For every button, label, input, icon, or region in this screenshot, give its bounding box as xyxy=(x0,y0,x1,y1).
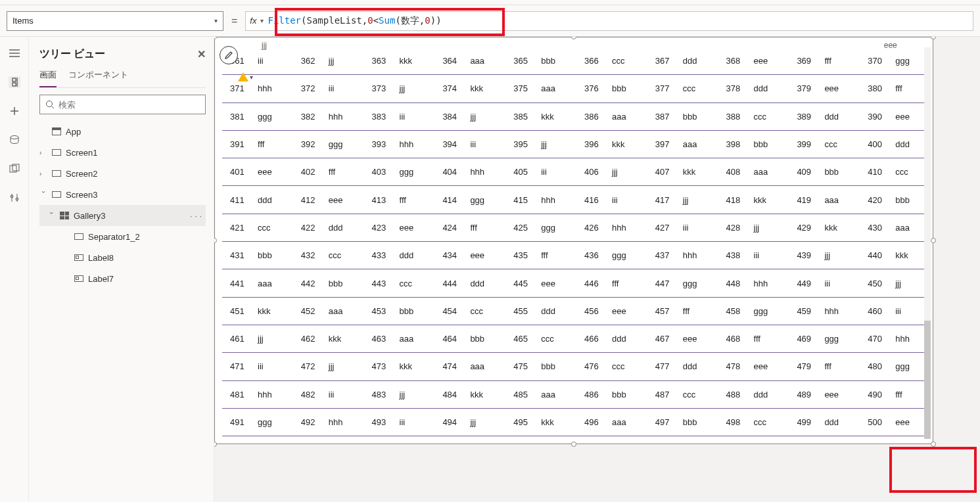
resize-handle[interactable] xyxy=(931,37,936,39)
gallery-cell[interactable]: 473kkk xyxy=(364,353,435,380)
tree-label8[interactable]: Label8 xyxy=(39,247,206,268)
gallery-cell[interactable]: 484kkk xyxy=(434,381,505,409)
gallery-cell[interactable]: 384jjj xyxy=(434,103,505,131)
gallery-cell[interactable]: 362jjj xyxy=(293,47,364,75)
gallery-cell[interactable]: 413fff xyxy=(364,186,435,214)
gallery-cell[interactable]: 463aaa xyxy=(364,325,435,353)
chevron-down-icon[interactable]: ▾ xyxy=(260,17,264,24)
gallery-cell[interactable]: 443ccc xyxy=(364,269,435,297)
gallery-cell[interactable]: 431bbb xyxy=(222,242,293,269)
gallery-cell[interactable]: 407kkk xyxy=(647,158,718,186)
gallery-cell[interactable]: 373jjj xyxy=(364,75,435,103)
gallery-cell[interactable]: 462kkk xyxy=(293,325,364,353)
tab-component[interactable]: コンポーネント xyxy=(68,66,128,87)
gallery-cell[interactable]: 427iii xyxy=(647,214,718,242)
expand-chevron-icon[interactable]: ▾ xyxy=(250,74,253,81)
hamburger-icon[interactable] xyxy=(9,47,20,59)
gallery-cell[interactable]: 479fff xyxy=(789,353,860,380)
gallery-cell[interactable]: 429kkk xyxy=(789,214,860,242)
gallery-cell[interactable]: 371hhh xyxy=(222,75,293,103)
gallery-cell[interactable]: 465ccc xyxy=(505,325,576,353)
gallery-cell[interactable]: 487ccc xyxy=(647,381,718,409)
scroll-thumb[interactable] xyxy=(924,321,931,439)
tree-separator[interactable]: Separator1_2 xyxy=(39,226,206,247)
gallery-cell[interactable]: 375aaa xyxy=(505,75,576,103)
tree-gallery3[interactable]: › Gallery3 · · · xyxy=(39,205,206,226)
gallery-cell[interactable]: 467eee xyxy=(647,325,718,353)
gallery-cell[interactable]: 446fff xyxy=(576,269,647,297)
gallery-cell[interactable]: 367ddd xyxy=(647,47,718,75)
gallery-cell[interactable]: 498ccc xyxy=(718,409,789,436)
gallery-cell[interactable]: 471iii xyxy=(222,353,293,380)
gallery-cell[interactable]: 381ggg xyxy=(222,103,293,131)
data-icon[interactable] xyxy=(9,134,20,146)
gallery-cell[interactable]: 451kkk xyxy=(222,298,293,325)
gallery-cell[interactable]: 428jjj xyxy=(718,214,789,242)
property-selector[interactable]: Items ▾ xyxy=(7,11,223,31)
gallery-cell[interactable]: 480ggg xyxy=(860,353,931,380)
tree-screen3[interactable]: › Screen3 xyxy=(39,184,206,205)
gallery-cell[interactable]: 395jjj xyxy=(505,131,576,158)
gallery-cell[interactable]: 470hhh xyxy=(860,325,931,353)
gallery-cell[interactable]: 500eee xyxy=(860,409,931,436)
gallery-cell[interactable]: 495kkk xyxy=(505,409,576,436)
gallery-cell[interactable]: 424fff xyxy=(434,214,505,242)
gallery-selection[interactable]: jjjeee 361iii362jjj363kkk364aaa365bbb366… xyxy=(214,37,933,444)
gallery-cell[interactable]: 370ggg xyxy=(860,47,931,75)
gallery-cell[interactable]: 442bbb xyxy=(293,269,364,297)
resize-handle[interactable] xyxy=(214,442,217,447)
gallery-cell[interactable]: 363kkk xyxy=(364,47,435,75)
gallery-cell[interactable]: 481hhh xyxy=(222,381,293,409)
gallery-cell[interactable]: 425ggg xyxy=(505,214,576,242)
gallery-cell[interactable]: 422ddd xyxy=(293,214,364,242)
gallery-cell[interactable]: 372iii xyxy=(293,75,364,103)
gallery-cell[interactable]: 390eee xyxy=(860,103,931,131)
gallery-cell[interactable]: 454ccc xyxy=(434,298,505,325)
gallery-cell[interactable]: 376bbb xyxy=(576,75,647,103)
gallery-cell[interactable]: 398bbb xyxy=(718,131,789,158)
gallery-cell[interactable]: 485aaa xyxy=(505,381,576,409)
tools-icon[interactable] xyxy=(9,192,20,204)
gallery-cell[interactable]: 418kkk xyxy=(718,186,789,214)
gallery-cell[interactable]: 369fff xyxy=(789,47,860,75)
more-icon[interactable]: · · · xyxy=(190,211,206,221)
gallery-cell[interactable]: 440kkk xyxy=(860,242,931,269)
gallery-cell[interactable]: 439jjj xyxy=(789,242,860,269)
gallery-cell[interactable]: 404hhh xyxy=(434,158,505,186)
gallery-cell[interactable]: 477ddd xyxy=(647,353,718,380)
gallery-cell[interactable]: 437hhh xyxy=(647,242,718,269)
gallery-cell[interactable]: 450jjj xyxy=(860,269,931,297)
gallery-cell[interactable]: 386aaa xyxy=(576,103,647,131)
scrollbar[interactable] xyxy=(924,47,931,439)
gallery-cell[interactable]: 491ggg xyxy=(222,409,293,436)
canvas[interactable]: jjjeee 361iii362jjj363kkk364aaa365bbb366… xyxy=(214,37,980,502)
media-icon[interactable] xyxy=(9,163,20,175)
insert-icon[interactable] xyxy=(9,105,20,117)
gallery3[interactable]: jjjeee 361iii362jjj363kkk364aaa365bbb366… xyxy=(214,37,933,444)
gallery-cell[interactable]: 391fff xyxy=(222,131,293,158)
gallery-cell[interactable]: 461jjj xyxy=(222,325,293,353)
resize-handle[interactable] xyxy=(931,238,936,243)
gallery-cell[interactable]: 393hhh xyxy=(364,131,435,158)
gallery-cell[interactable]: 411ddd xyxy=(222,186,293,214)
gallery-cell[interactable]: 458ggg xyxy=(718,298,789,325)
gallery-cell[interactable]: 368eee xyxy=(718,47,789,75)
gallery-cell[interactable]: 419aaa xyxy=(789,186,860,214)
gallery-cell[interactable]: 415hhh xyxy=(505,186,576,214)
gallery-cell[interactable]: 387bbb xyxy=(647,103,718,131)
search-field[interactable] xyxy=(58,100,200,110)
gallery-cell[interactable]: 441aaa xyxy=(222,269,293,297)
gallery-cell[interactable]: 423eee xyxy=(364,214,435,242)
gallery-cell[interactable]: 374kkk xyxy=(434,75,505,103)
gallery-cell[interactable]: 365bbb xyxy=(505,47,576,75)
gallery-cell[interactable]: 366ccc xyxy=(576,47,647,75)
gallery-cell[interactable]: 494jjj xyxy=(434,409,505,436)
gallery-cell[interactable]: 426hhh xyxy=(576,214,647,242)
gallery-cell[interactable]: 412eee xyxy=(293,186,364,214)
gallery-cell[interactable]: 430aaa xyxy=(860,214,931,242)
gallery-cell[interactable]: 396kkk xyxy=(576,131,647,158)
gallery-cell[interactable]: 493iii xyxy=(364,409,435,436)
edit-pencil-icon[interactable] xyxy=(220,46,238,64)
gallery-cell[interactable]: 385kkk xyxy=(505,103,576,131)
gallery-cell[interactable]: 466ddd xyxy=(576,325,647,353)
